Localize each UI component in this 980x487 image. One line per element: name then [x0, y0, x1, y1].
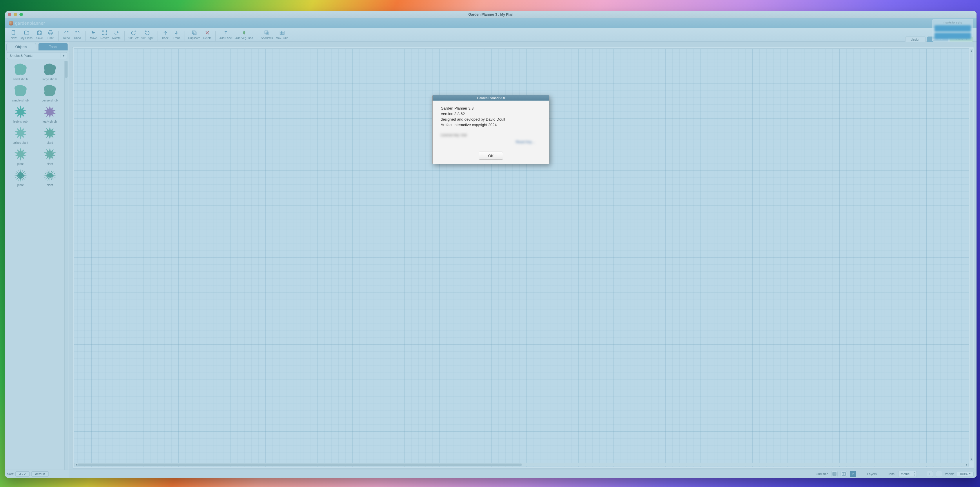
modal-backdrop — [5, 11, 977, 478]
app-window: Garden Planner 3 : My Plan gardenplanner… — [5, 11, 977, 478]
ok-button[interactable]: OK — [479, 151, 503, 160]
about-dialog: Garden Planner 3.8 Garden Planner 3.8 Ve… — [432, 95, 549, 164]
about-line-author: designed and devloped by David Doull — [441, 117, 541, 123]
about-license-line: License key: trial — [441, 133, 541, 138]
reset-key-link[interactable]: Reset Key… — [441, 140, 541, 145]
dialog-title: Garden Planner 3.8 — [433, 95, 549, 100]
about-line-version: Version 3.8.62 — [441, 111, 541, 117]
about-line-copyright: Artifact Interactive copyright 2024 — [441, 123, 541, 128]
about-line-name: Garden Planner 3.8 — [441, 106, 541, 111]
dialog-body: Garden Planner 3.8 Version 3.8.62 design… — [433, 100, 549, 149]
